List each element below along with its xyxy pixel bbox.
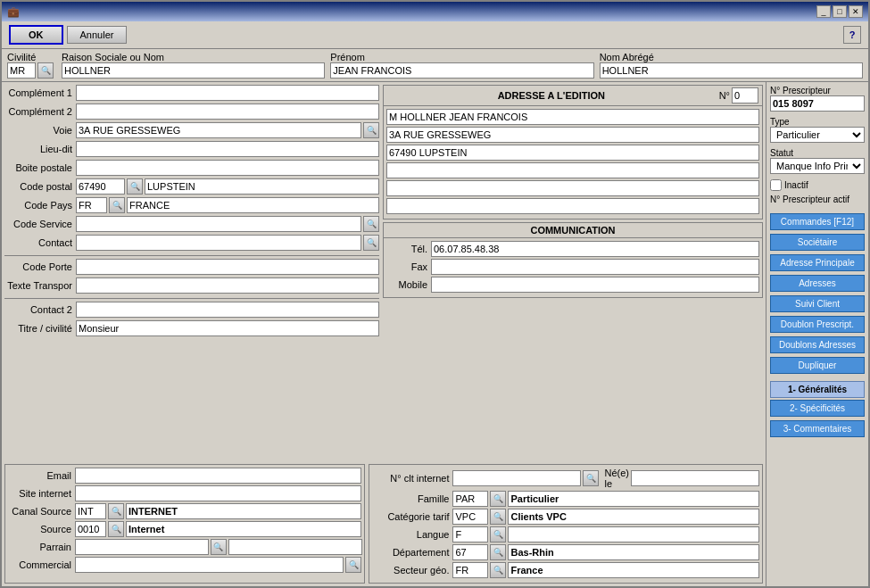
site-internet-input[interactable] <box>75 485 361 501</box>
n-clt-internet-search-button[interactable]: 🔍 <box>583 470 599 486</box>
fax-input[interactable] <box>431 259 759 275</box>
complement2-input[interactable] <box>76 104 379 120</box>
cancel-button[interactable]: Annuler <box>67 26 128 44</box>
texte-transport-input[interactable] <box>76 277 379 294</box>
departement-name-input[interactable] <box>508 544 759 560</box>
n-clt-internet-input[interactable] <box>452 470 581 486</box>
raison-sociale-input[interactable] <box>62 62 325 79</box>
categorie-tarif-code-input[interactable] <box>452 509 488 525</box>
secteur-geo-label: Secteur géo. <box>372 565 452 576</box>
edition-address-content: M HOLLNER JEAN FRANCOIS 3A RUE GRESSEWEG… <box>384 106 762 219</box>
suivi-client-button[interactable]: Suivi Client <box>770 295 865 312</box>
source-code-input[interactable] <box>75 521 106 537</box>
commercial-input[interactable] <box>75 557 344 573</box>
code-pays-name-input[interactable] <box>127 197 379 213</box>
n-prescripteur-actif-label: N° Prescripteur actif <box>770 195 865 204</box>
main-content: Complément 1 Complément 2 Voie 🔍 <box>2 82 868 586</box>
tel-input[interactable] <box>431 241 759 257</box>
parrain-search-button[interactable]: 🔍 <box>211 539 227 555</box>
voie-input[interactable] <box>76 122 361 138</box>
specificites-button[interactable]: 2- Spécificités <box>770 400 865 417</box>
raison-sociale-label: Raison Sociale ou Nom <box>62 52 325 62</box>
departement-search-button[interactable]: 🔍 <box>490 544 506 560</box>
minimize-button[interactable]: _ <box>816 5 831 18</box>
type-select[interactable]: Particulier Professionnel <box>770 127 865 143</box>
bottom-area: Email Site internet Canal Source 🔍 <box>4 464 763 584</box>
canal-source-name-input[interactable] <box>126 503 361 519</box>
statut-section: Statut Manque Info Princ Actif <box>770 148 865 174</box>
categorie-tarif-search-button[interactable]: 🔍 <box>490 509 506 525</box>
famille-name-input[interactable] <box>508 491 759 507</box>
code-service-label: Code Service <box>4 219 76 229</box>
civilite-input[interactable] <box>7 62 36 79</box>
code-postal-input[interactable] <box>76 178 125 195</box>
code-pays-search-button[interactable]: 🔍 <box>109 197 125 213</box>
canal-source-search-button[interactable]: 🔍 <box>108 503 124 519</box>
prescripteur-input[interactable] <box>770 95 865 112</box>
code-pays-input[interactable] <box>76 197 107 213</box>
doublons-adresses-button[interactable]: Doublons Adresses <box>770 336 865 353</box>
tab-buttons: 1- Généralités 2- Spécificités 3- Commen… <box>770 381 865 439</box>
contact2-input[interactable] <box>76 302 379 318</box>
langue-search-button[interactable]: 🔍 <box>490 526 506 542</box>
type-section: Type Particulier Professionnel <box>770 117 865 143</box>
inactif-checkbox[interactable] <box>770 179 782 191</box>
statut-select[interactable]: Manque Info Princ Actif <box>770 158 865 174</box>
boite-postale-input[interactable] <box>76 160 379 176</box>
edition-address-box: ADRESSE A L'EDITION N° M HOLLNER JEAN FR… <box>383 85 763 219</box>
prenom-input[interactable] <box>330 62 593 79</box>
generalites-button[interactable]: 1- Généralités <box>770 381 865 398</box>
mobile-input[interactable] <box>431 277 759 293</box>
famille-search-button[interactable]: 🔍 <box>490 491 506 507</box>
societaire-button[interactable]: Sociétaire <box>770 234 865 251</box>
contact-search-button[interactable]: 🔍 <box>363 235 379 251</box>
langue-name-input[interactable] <box>508 526 759 542</box>
code-porte-label: Code Porte <box>4 261 76 272</box>
secteur-geo-search-button[interactable]: 🔍 <box>490 562 506 578</box>
n-input[interactable] <box>732 87 758 104</box>
dupliquer-button[interactable]: Dupliquer <box>770 357 865 374</box>
adresses-button[interactable]: Adresses <box>770 275 865 292</box>
civilite-search-button[interactable]: 🔍 <box>37 62 54 79</box>
voie-search-button[interactable]: 🔍 <box>363 122 379 138</box>
clt-internet-row: N° clt internet 🔍 Né(e) le <box>372 468 759 489</box>
source-name-input[interactable] <box>126 521 361 537</box>
complement1-input[interactable] <box>76 85 379 101</box>
ne-le-input[interactable] <box>631 470 759 486</box>
maximize-button[interactable]: □ <box>833 5 847 18</box>
code-service-search-button[interactable]: 🔍 <box>363 216 379 232</box>
parrain-input[interactable] <box>75 539 209 555</box>
code-service-input[interactable] <box>76 216 361 232</box>
commandes-button[interactable]: Commandes [F12] <box>770 213 865 230</box>
lieu-dit-input[interactable] <box>76 141 379 157</box>
close-button[interactable]: ✕ <box>849 5 863 18</box>
lieu-dit-row: Lieu-dit <box>4 141 379 157</box>
langue-label: Langue <box>372 529 452 540</box>
departement-code-input[interactable] <box>452 544 488 560</box>
address-line-5 <box>386 180 759 196</box>
titre-civilite-input[interactable] <box>76 320 379 336</box>
help-button[interactable]: ? <box>843 26 861 44</box>
secteur-geo-code-input[interactable] <box>452 562 488 578</box>
email-label: Email <box>8 470 75 481</box>
commentaires-button[interactable]: 3- Commentaires <box>770 420 865 437</box>
canal-source-code-input[interactable] <box>75 503 106 519</box>
parrain-name-input[interactable] <box>228 539 362 555</box>
famille-code-input[interactable] <box>452 491 488 507</box>
statut-label: Statut <box>770 148 865 158</box>
categorie-tarif-name-input[interactable] <box>508 509 759 525</box>
code-postal-search-button[interactable]: 🔍 <box>127 178 143 195</box>
secteur-geo-name-input[interactable] <box>508 562 759 578</box>
email-input[interactable] <box>75 468 361 484</box>
contact-input[interactable] <box>76 235 361 251</box>
adresse-principale-button[interactable]: Adresse Principale <box>770 254 865 271</box>
ok-button[interactable]: OK <box>9 25 63 45</box>
langue-code-input[interactable] <box>452 526 488 542</box>
nom-abrege-input[interactable] <box>600 62 863 79</box>
doublon-prescript-button[interactable]: Doublon Prescript. <box>770 316 865 333</box>
code-postal-name-input[interactable] <box>145 178 379 195</box>
complement2-label: Complément 2 <box>4 106 76 117</box>
source-search-button[interactable]: 🔍 <box>108 521 124 537</box>
code-porte-input[interactable] <box>76 259 379 275</box>
commercial-search-button[interactable]: 🔍 <box>345 557 361 573</box>
